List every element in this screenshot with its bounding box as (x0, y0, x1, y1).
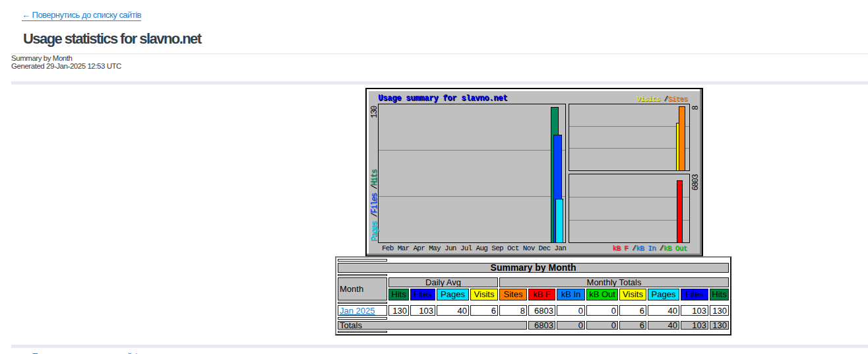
svg-text:6803: 6803 (691, 174, 700, 190)
svg-text:Usage summary for slavno.net: Usage summary for slavno.net (378, 93, 507, 102)
svg-text:Pages /Files /Hits: Pages /Files /Hits (370, 168, 379, 240)
svg-text:Visits /Sites: Visits /Sites (636, 94, 687, 102)
svg-text:kB F /kB In /kB Out: kB F /kB In /kB Out (613, 244, 687, 252)
svg-text:130: 130 (370, 106, 379, 118)
svg-text:Feb Mar Apr May Jun Jul Aug Se: Feb Mar Apr May Jun Jul Aug Sep Oct Nov … (382, 244, 566, 252)
svg-text:8: 8 (691, 106, 700, 110)
